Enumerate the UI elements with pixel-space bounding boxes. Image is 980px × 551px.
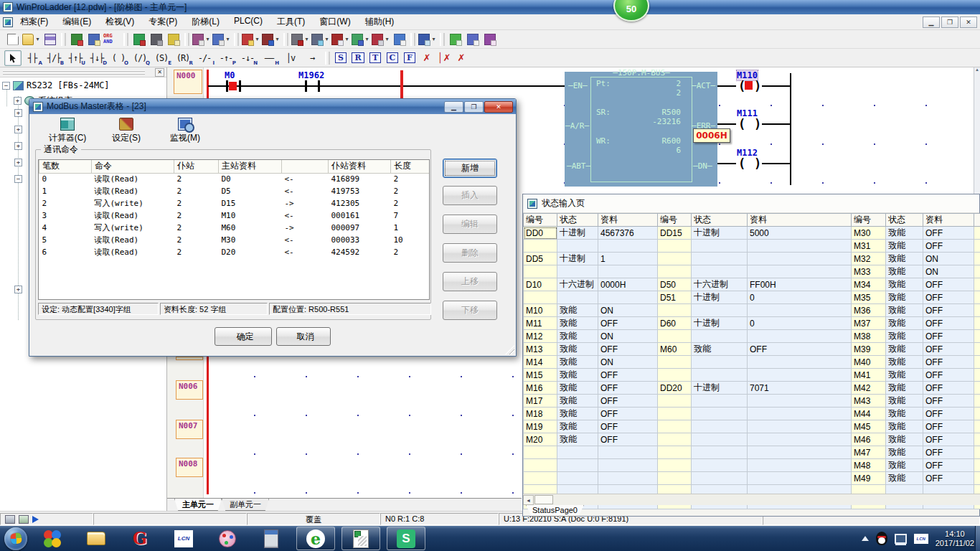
command-row[interactable]: 5读取(Read)2M30<-00003310	[39, 234, 430, 246]
modbus-master-dialog[interactable]: ModBus Master表格 - [23] ▁ ❐ ✕ 计算器(C) 设定(S…	[29, 98, 517, 357]
comment-list-button[interactable]	[447, 32, 464, 47]
dropdown-icon[interactable]: ▾	[324, 36, 330, 42]
status-row[interactable]: M16致能OFFDD20十进制7071M42致能OFF	[524, 382, 980, 395]
clock[interactable]: 14:10 2017/11/02	[936, 529, 974, 548]
unit-tab-1[interactable]: 副单元一	[222, 499, 269, 511]
command-row[interactable]: 0读取(Read)2D0<-4168992	[39, 173, 430, 185]
monitor-grid-button[interactable]: ▾	[212, 32, 232, 47]
show-desktop-button[interactable]	[975, 526, 980, 551]
dropdown-icon[interactable]: ▾	[303, 36, 310, 42]
status-row[interactable]: DD0十进制4567376DD15十进制5000M30致能OFF	[524, 227, 980, 240]
status-row[interactable]: M18致能OFFM44致能OFF	[524, 408, 980, 420]
menu-item-7[interactable]: 窗口(W)	[312, 14, 357, 30]
command-row[interactable]: 3读取(Read)2M10<-0001617	[39, 209, 430, 222]
status-row[interactable]: M19致能OFFM45致能OFF	[524, 420, 980, 433]
ladder-element-button-O[interactable]: ( )O	[108, 50, 129, 66]
status-row[interactable]: M48致能OFF	[524, 459, 980, 472]
dialog-close-button[interactable]: ✕	[484, 101, 513, 113]
edit-button[interactable]: 编辑	[443, 215, 497, 234]
expand-icon[interactable]: +	[14, 286, 22, 293]
command-column-header[interactable]: 主站资料	[219, 160, 282, 173]
monitor-run-button[interactable]: ▾	[311, 32, 331, 47]
dropdown-icon[interactable]: ▾	[225, 36, 231, 42]
status-row[interactable]: M33致能ON	[524, 265, 980, 278]
monitor-button[interactable]: 监视(M)	[157, 118, 213, 144]
chip-button[interactable]	[148, 32, 165, 47]
menu-item-6[interactable]: 工具(T)	[270, 14, 312, 30]
delete-button-2[interactable]: ✗	[453, 50, 470, 66]
status-column-header[interactable]: 状态	[557, 214, 598, 227]
status-row[interactable]: M13致能OFFM60致能OFFM39致能OFF	[524, 343, 980, 356]
collapse-icon[interactable]: −	[14, 175, 22, 183]
dropdown-icon[interactable]: ▾	[344, 36, 350, 42]
command-column-header[interactable]: 仆站资料	[329, 160, 391, 173]
tree-root-row[interactable]: − RS232 [FBs-24MC]	[2, 80, 110, 90]
run-gear-button[interactable]: ▾	[291, 32, 311, 47]
contact-q-button[interactable]	[481, 32, 499, 47]
function-button-S[interactable]: S	[332, 50, 349, 66]
command-row[interactable]: 4写入(write)2M60->0000971	[39, 222, 430, 234]
insert-button[interactable]: 插入	[443, 186, 497, 205]
save-button[interactable]	[42, 32, 59, 47]
open-file-button[interactable]: ▾	[22, 32, 42, 47]
project-tree-button[interactable]: ▾	[192, 32, 212, 47]
status-column-header[interactable]: 编号	[658, 214, 692, 227]
contact-label[interactable]: M1962	[298, 70, 324, 80]
ladder-element-button-P[interactable]: -↑-P	[215, 50, 237, 66]
network-label-N000[interactable]: N000	[174, 70, 202, 94]
status-table[interactable]: 编号状态资料编号状态资料编号状态资料DD0十进制4567376DD15十进制50…	[523, 213, 980, 509]
ladder-element-button-12[interactable]: │v	[280, 50, 301, 66]
transfer-button[interactable]	[131, 32, 148, 47]
command-column-header[interactable]: 长度	[391, 160, 430, 173]
network-label-N007[interactable]: N007	[176, 420, 203, 439]
ladder-element-button-R[interactable]: (R)R	[172, 50, 194, 66]
unit-tab-0[interactable]: 主单元一	[174, 499, 222, 511]
mdi-close-button[interactable]: ✕	[960, 17, 977, 28]
status-column-header[interactable]: 状态	[692, 214, 748, 227]
status-hscrollbar[interactable]: ◄	[523, 494, 980, 505]
delete-button-0[interactable]: ✗	[418, 50, 435, 66]
expand-icon[interactable]: +	[14, 159, 22, 166]
status-row[interactable]: D51十进制0M35致能OFF	[524, 291, 980, 304]
menu-item-3[interactable]: 专案(P)	[141, 14, 184, 30]
status-column-header[interactable]: 资料	[748, 214, 852, 227]
status-row[interactable]: DD5十进制1M32致能ON	[524, 253, 980, 265]
status-row[interactable]: M17致能OFFM43致能OFF	[524, 395, 980, 408]
calculator-button[interactable]: 计算器(C)	[39, 118, 95, 144]
qq-icon[interactable]	[876, 532, 887, 545]
status-row[interactable]: M20致能OFFM46致能OFF	[524, 433, 980, 446]
lcn-taskbar-button[interactable]: LCN	[165, 527, 202, 550]
status-row[interactable]: M10致能ONM36致能OFF	[524, 304, 980, 317]
calendar-button[interactable]	[391, 32, 408, 47]
ladder-element-button-I[interactable]: -/-I	[194, 50, 215, 66]
lcn-tray-icon[interactable]: LCN	[914, 534, 928, 544]
status-column-header[interactable]: 状态	[886, 214, 923, 227]
expand-icon[interactable]: +	[14, 142, 22, 150]
ladder-element-button-D[interactable]: ┤↓├D	[86, 50, 108, 66]
status-row[interactable]: M15致能OFFM41致能OFF	[524, 369, 980, 382]
dropdown-icon[interactable]: ▾	[204, 36, 211, 42]
safe360-taskbar-button[interactable]	[34, 527, 71, 550]
status-row[interactable]: M47致能OFF	[524, 446, 980, 459]
scroll-left-icon[interactable]: ◄	[523, 495, 534, 505]
command-table[interactable]: 笔数命令仆站主站资料仆站资料长度0读取(Read)2D0<-41689921读取…	[39, 160, 430, 258]
expand-icon[interactable]: +	[14, 109, 22, 117]
function-button-F[interactable]: F	[401, 50, 418, 66]
org-and-button[interactable]: ORGAND	[103, 32, 121, 47]
network-label-N008[interactable]: N008	[176, 458, 203, 477]
status-column-header[interactable]: 编号	[852, 214, 886, 227]
explorer-taskbar-button[interactable]	[77, 527, 115, 550]
status-row[interactable]: M31致能OFF	[524, 240, 980, 253]
status-column-header[interactable]: 编号	[524, 214, 557, 227]
function-button-C[interactable]: C	[384, 50, 401, 66]
vertical-scrollbar[interactable]: ▲	[974, 67, 980, 194]
probe-button[interactable]: ▾	[261, 32, 281, 47]
network-numbers-button[interactable]	[464, 32, 481, 47]
status-column-header[interactable]: 资料	[598, 214, 658, 227]
network-label-N006[interactable]: N006	[176, 380, 203, 400]
contact-label[interactable]: M0	[225, 70, 235, 80]
settings-button[interactable]: 设定(S)	[98, 118, 154, 144]
status-row[interactable]: M12致能ONM38致能OFF	[524, 330, 980, 343]
zoom-button[interactable]: ▾	[418, 32, 438, 47]
dialog-restore-button[interactable]: ❐	[464, 101, 484, 113]
